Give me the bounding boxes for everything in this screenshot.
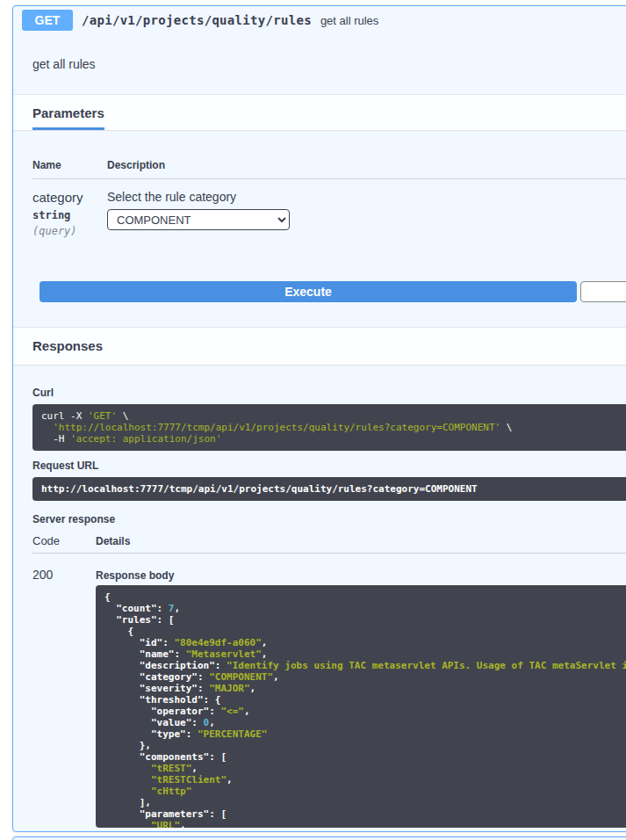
tab-parameters[interactable]: Parameters bbox=[32, 105, 104, 130]
column-header-name: Name bbox=[32, 159, 107, 171]
code-line: { bbox=[104, 626, 626, 637]
swagger-page: GET /api/v1/projects/quality/rules get a… bbox=[0, 5, 626, 840]
responses-body: Curl curl -X 'GET' \ 'http://localhost:7… bbox=[13, 366, 626, 831]
status-code: 200 bbox=[32, 554, 96, 828]
code-line: ], bbox=[104, 797, 626, 808]
parameters-body: Name Description category string (query)… bbox=[13, 131, 626, 327]
curl-label: Curl bbox=[32, 387, 626, 399]
operation-block-get-rules: GET /api/v1/projects/quality/rules get a… bbox=[12, 5, 626, 832]
response-body-code[interactable]: { "count": 7, "rules": [ { "id": "80e4e9… bbox=[96, 585, 626, 828]
code-line: "rules": [ bbox=[104, 614, 626, 626]
request-url-value: http://localhost:7777/tcmp/api/v1/projec… bbox=[32, 477, 626, 501]
parameter-row: category string (query) Select the rule … bbox=[32, 179, 626, 237]
code-line: "value": 0, bbox=[104, 717, 626, 728]
endpoint-path: /api/v1/projects/quality/rules bbox=[82, 13, 312, 27]
curl-code[interactable]: curl -X 'GET' \ 'http://localhost:7777/t… bbox=[32, 404, 626, 451]
code-line: -H 'accept: application/json' bbox=[41, 433, 626, 445]
http-method-badge: GET bbox=[22, 10, 73, 31]
parameter-location: (query) bbox=[32, 225, 107, 237]
code-line: "URL", bbox=[104, 820, 626, 828]
parameters-header: Parameters bbox=[13, 94, 626, 131]
parameter-name: category bbox=[32, 190, 107, 205]
endpoint-summary: get all rules bbox=[320, 14, 378, 27]
parameter-type: string bbox=[32, 209, 107, 221]
code-line: "tRESTClient", bbox=[104, 774, 626, 786]
execute-button[interactable]: Execute bbox=[40, 281, 577, 302]
parameters-table: Name Description category string (query)… bbox=[32, 159, 626, 237]
code-line: "name": "Metaservlet", bbox=[104, 648, 626, 660]
code-line: { bbox=[104, 591, 626, 603]
server-response-table-header: Code Details bbox=[32, 534, 626, 554]
column-header-details: Details bbox=[96, 535, 626, 547]
code-line: "cHttp" bbox=[104, 786, 626, 797]
code-line: 'http://localhost:7777/tcmp/api/v1/proje… bbox=[41, 422, 626, 433]
operation-description: get all rules bbox=[13, 34, 626, 94]
clear-button[interactable] bbox=[580, 281, 626, 302]
code-line: "operator": "<=", bbox=[104, 706, 626, 717]
operation-summary[interactable]: GET /api/v1/projects/quality/rules get a… bbox=[13, 6, 626, 34]
code-line: "components": [ bbox=[104, 751, 626, 763]
code-line: }, bbox=[104, 740, 626, 751]
category-select[interactable]: COMPONENT bbox=[107, 209, 290, 230]
code-line: "tREST", bbox=[104, 763, 626, 774]
response-body-label: Response body bbox=[96, 554, 626, 582]
server-response-table: Code Details 200 Response body { "count"… bbox=[32, 534, 626, 828]
code-line: "threshold": { bbox=[104, 694, 626, 706]
parameter-description: Select the rule category bbox=[107, 190, 626, 204]
request-url-label: Request URL bbox=[32, 460, 626, 472]
column-header-description: Description bbox=[107, 159, 626, 171]
column-header-code: Code bbox=[32, 534, 96, 547]
code-line: "parameters": [ bbox=[104, 808, 626, 820]
code-line: "description": "Identify jobs using TAC … bbox=[104, 660, 626, 671]
parameters-table-header: Name Description bbox=[32, 159, 626, 179]
response-row: 200 Response body { "count": 7, "rules":… bbox=[32, 554, 626, 828]
code-line: "id": "80e4e9df-a060", bbox=[104, 637, 626, 648]
execute-row: Execute bbox=[40, 281, 626, 302]
code-line: curl -X 'GET' \ bbox=[41, 410, 626, 422]
code-line: "type": "PERCENTAGE" bbox=[104, 728, 626, 740]
next-operation-block[interactable] bbox=[12, 836, 626, 840]
code-line: "severity": "MAJOR", bbox=[104, 683, 626, 694]
responses-title: Responses bbox=[32, 338, 103, 353]
code-line: "count": 7, bbox=[104, 603, 626, 614]
code-line: "category": "COMPONENT", bbox=[104, 671, 626, 683]
responses-header: Responses bbox=[13, 327, 626, 366]
server-response-label: Server response bbox=[32, 513, 626, 525]
